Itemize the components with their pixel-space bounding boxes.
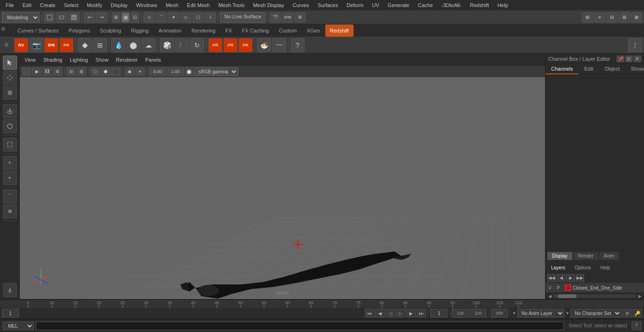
shelf-pr2-btn[interactable]: PR: [223, 38, 238, 52]
lasso-select-btn[interactable]: ⊡: [131, 12, 139, 23]
snap-live-btn[interactable]: ⬡: [192, 12, 204, 23]
menu-mesh-display[interactable]: Mesh Display: [249, 1, 288, 9]
layers-tab[interactable]: Layers: [547, 264, 569, 271]
anim-tab[interactable]: Anim: [599, 252, 619, 260]
tab-fx[interactable]: FX: [221, 24, 237, 37]
shelf-settings-icon[interactable]: ⚙: [2, 40, 11, 50]
menu-create[interactable]: Create: [36, 1, 59, 9]
menu-select[interactable]: Select: [60, 1, 83, 9]
menu-redshift[interactable]: Redshift: [466, 1, 493, 9]
horizontal-scrollbar[interactable]: ◀ ▶: [545, 292, 644, 299]
char-set-select[interactable]: No Character Set: [570, 309, 621, 317]
menu-edit[interactable]: Edit: [19, 1, 35, 9]
scroll-left-btn[interactable]: ◀: [546, 293, 553, 300]
scene-area[interactable]: persp Y X Z: [20, 77, 545, 299]
shelf-grid-btn[interactable]: ⊞: [93, 38, 107, 52]
paint-tool-btn[interactable]: [3, 86, 17, 100]
layer-next-btn[interactable]: ▶: [566, 274, 575, 282]
shelf-cloud-btn[interactable]: ☁: [141, 38, 156, 52]
snap-surface-btn[interactable]: ◇: [180, 12, 191, 23]
vp-icon1[interactable]: ⊟: [66, 67, 76, 76]
play-forward-btn[interactable]: ▷: [396, 309, 405, 317]
tab-settings-icon[interactable]: ⚙: [1, 26, 10, 35]
shelf-question-btn[interactable]: ?: [290, 38, 305, 52]
attribute-editor-btn[interactable]: ⊟: [606, 12, 618, 23]
select-tool-btn[interactable]: [3, 56, 17, 70]
menu-surfaces[interactable]: Surfaces: [314, 1, 342, 9]
vp-icon2[interactable]: ⊞: [77, 67, 86, 76]
move-tool-btn[interactable]: [3, 71, 17, 85]
camera-btn[interactable]: 🎥: [22, 67, 31, 76]
tab-polygons[interactable]: Polygons: [64, 24, 94, 37]
menu-modify[interactable]: Modify: [83, 1, 106, 9]
script-type-select[interactable]: MEL Python: [3, 322, 34, 330]
tab-xgen[interactable]: XGen: [302, 24, 324, 37]
tool-settings-btn[interactable]: ⊞: [619, 12, 630, 23]
menu-mesh-tools[interactable]: Mesh Tools: [215, 1, 248, 9]
channel-box-btn[interactable]: ≡: [594, 12, 605, 23]
tab-fx-caching[interactable]: FX Caching: [237, 24, 273, 37]
make-live-btn[interactable]: ⌇: [205, 12, 216, 23]
new-scene-btn[interactable]: [44, 12, 55, 23]
vp-settings-btn[interactable]: ⚙: [53, 67, 62, 76]
marquee-select-btn[interactable]: [3, 138, 17, 152]
scroll-track[interactable]: [553, 294, 636, 298]
shelf-pr1-btn[interactable]: PR: [208, 38, 223, 52]
panel-float-btn[interactable]: ⊡: [625, 56, 633, 62]
vp-menu-shading[interactable]: Shading: [41, 56, 65, 64]
layer-color-swatch[interactable]: [565, 285, 571, 291]
shelf-ipr-btn[interactable]: IPR: [44, 38, 58, 52]
shelf-rv-btn[interactable]: RV: [14, 38, 28, 52]
render-tab[interactable]: Render: [573, 252, 598, 260]
prev-frame-btn[interactable]: ◀: [375, 309, 385, 317]
shelf-settings-btn2[interactable]: PR: [59, 38, 74, 52]
shelf-cube-btn[interactable]: 🎲: [160, 38, 174, 52]
anim-key-btn[interactable]: 🔑: [633, 309, 642, 317]
shelf-sphere-btn[interactable]: ⬤: [126, 38, 140, 52]
tab-rendering[interactable]: Rendering: [187, 24, 220, 37]
gamma-select[interactable]: sRGB gamma: [194, 67, 238, 76]
layout-btn[interactable]: ⊞: [582, 12, 593, 23]
menu-mesh[interactable]: Mesh: [162, 1, 182, 9]
select-mode-btn[interactable]: ▦: [121, 12, 130, 23]
menu-uv[interactable]: UV: [368, 1, 383, 9]
timeline-ruler[interactable]: 5 10 15 20 25 30 35 40 45 50 5: [0, 300, 644, 308]
tab-custom[interactable]: Custom: [274, 24, 302, 37]
layer-prev2-btn[interactable]: ◀: [557, 274, 565, 282]
rotate-tool-btn[interactable]: [3, 119, 17, 133]
snap-grid-btn[interactable]: ⊹: [143, 12, 155, 23]
vp-mode2[interactable]: ⬢: [101, 67, 110, 76]
menu-3dtoall[interactable]: -3DtoAll-: [438, 1, 465, 9]
axis-btn[interactable]: [3, 283, 17, 297]
panel-pin-btn[interactable]: 📌: [617, 56, 624, 62]
shelf-expand-btn[interactable]: ⋮: [628, 38, 642, 52]
next-frame-btn[interactable]: ▶: [406, 309, 416, 317]
menu-cache[interactable]: Cache: [414, 1, 437, 9]
freeze-btn[interactable]: ❄: [3, 204, 17, 219]
play-back-btn[interactable]: ◁: [386, 309, 395, 317]
anim-layer-select[interactable]: No Anim Layer: [517, 309, 564, 317]
vp-menu-view[interactable]: View: [22, 56, 39, 64]
command-input[interactable]: [36, 322, 564, 330]
current-frame-field[interactable]: [2, 309, 19, 317]
scroll-right-btn[interactable]: ▶: [636, 293, 643, 300]
plus-btn-2[interactable]: +: [3, 171, 17, 185]
tab-curves-surfaces[interactable]: Curves / Surfaces: [13, 24, 63, 37]
show-tab[interactable]: Show: [625, 64, 644, 74]
vp-mode1[interactable]: ⬡: [91, 67, 100, 76]
panel-close-btn[interactable]: ✕: [634, 56, 641, 62]
tab-sculpting[interactable]: Sculpting: [95, 24, 126, 37]
tab-rigging[interactable]: Rigging: [126, 24, 153, 37]
render-view-btn[interactable]: 🎬: [270, 12, 281, 23]
layer-prev-btn[interactable]: ◀◀: [547, 274, 556, 282]
shelf-wave-btn[interactable]: 〰: [272, 38, 286, 52]
vp-menu-lighting[interactable]: Lighting: [67, 56, 91, 64]
options-tab[interactable]: Options: [571, 264, 594, 271]
vp-camera2-btn[interactable]: 🎞: [42, 67, 52, 76]
plus-btn-1[interactable]: +: [3, 156, 17, 170]
snap-point-btn[interactable]: ✦: [168, 12, 179, 23]
vp-film-btn[interactable]: ▶: [32, 67, 41, 76]
vp-menu-show[interactable]: Show: [93, 56, 112, 64]
shelf-diamond-btn[interactable]: ◆: [78, 38, 92, 52]
tab-redshift[interactable]: Redshift: [325, 24, 354, 37]
